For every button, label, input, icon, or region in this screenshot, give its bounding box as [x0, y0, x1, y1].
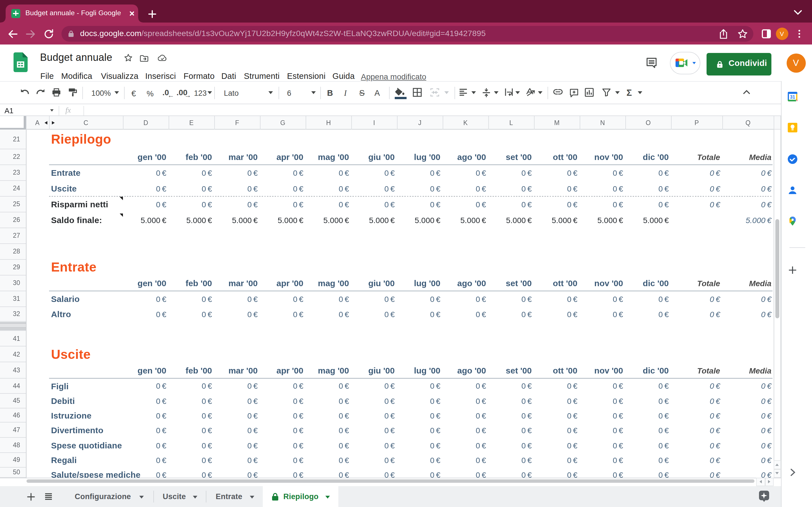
- svg-text:31: 31: [790, 94, 795, 99]
